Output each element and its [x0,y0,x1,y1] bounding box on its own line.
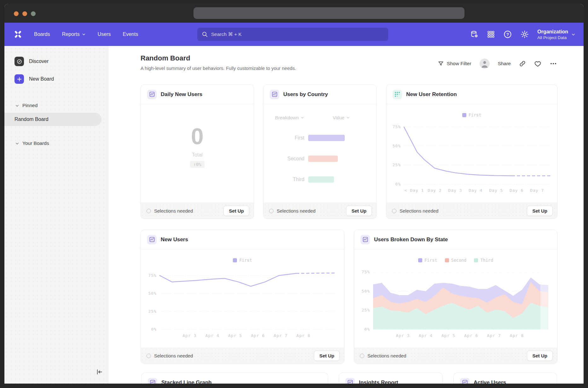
status-circle-icon [392,209,396,213]
svg-text:25%: 25% [393,163,401,167]
status-circle-icon [147,209,151,213]
sidebar-item-random-board[interactable]: Random Board [4,113,101,126]
help-icon[interactable]: ? [503,30,512,39]
new-users-line-chart: 75%50%25%0%Apr 3Apr 4Apr 5Apr 6Apr 7Apr … [145,264,340,341]
mixpanel-logo-icon[interactable] [13,30,23,39]
insights-chart-icon [147,90,157,99]
minimize-window-button[interactable] [22,11,27,16]
sidebar-item-discover[interactable]: Discover [4,54,108,69]
card-users-by-state: Users Broken Down By State First Second … [354,230,557,364]
insights-chart-icon [270,90,279,99]
card-title: Users by Country [283,91,328,98]
collapse-sidebar-button[interactable] [95,368,103,377]
svg-text:Apr 7: Apr 7 [487,333,501,338]
bar-second [308,156,338,162]
svg-text:Apr 6: Apr 6 [251,333,265,338]
legend-swatch-first [462,113,466,117]
card-new-user-retention: New User Retention First 75%50%25%0%< Da… [386,84,557,219]
set-up-button[interactable]: Set Up [527,351,553,361]
org-switcher[interactable]: Organization All Project Data [537,29,575,40]
svg-text:50%: 50% [393,144,401,148]
search-input[interactable] [197,28,388,41]
set-up-button[interactable]: Set Up [314,351,340,361]
bar-row: Second [263,156,376,162]
status-circle-icon [147,354,151,358]
svg-text:Apr 6: Apr 6 [464,333,478,338]
more-options-icon[interactable] [550,60,557,67]
svg-text:25%: 25% [148,309,157,314]
svg-text:0%: 0% [364,327,370,332]
primary-nav: Boards Reports Users Events [34,31,138,37]
card-footer: Selections needed Set Up [386,203,557,219]
zoom-window-button[interactable] [31,11,36,16]
legend-swatch-second [445,258,449,262]
address-bar-pill[interactable] [193,7,464,19]
data-management-icon[interactable] [470,30,479,39]
card-users-by-country: Users by Country Breakdown Value First [263,84,377,219]
set-up-button[interactable]: Set Up [346,206,372,216]
legend-swatch-third [474,258,478,262]
sidebar-item-label: New Board [29,76,54,82]
sidebar: Discover New Board Pinned Random Board Y… [4,46,108,384]
board-actions: Show Filter Share [438,59,557,69]
card-title: New Users [161,237,188,243]
svg-text:Apr 8: Apr 8 [510,333,524,338]
svg-text:Day 3: Day 3 [448,188,462,193]
set-up-button[interactable]: Set Up [223,206,249,216]
svg-text:Apr 7: Apr 7 [274,333,288,338]
top-navbar: Boards Reports Users Events [4,23,584,46]
insights-chart-icon [360,235,370,244]
svg-text:75%: 75% [362,270,370,274]
card-active-users: Active Users [453,373,557,384]
traffic-lights [14,11,36,16]
insights-chart-icon [345,378,355,384]
caret-down-icon [301,116,304,119]
value-dropdown[interactable]: Value [318,115,365,120]
copy-link-icon[interactable] [519,60,526,67]
card-title: Daily New Users [161,91,202,98]
show-filter-button[interactable]: Show Filter [438,60,471,67]
apps-grid-icon[interactable] [487,30,495,38]
footer-status: Selections needed [277,208,315,214]
svg-text:25%: 25% [362,308,370,312]
sidebar-item-new-board[interactable]: New Board [4,71,108,87]
svg-text:Day 6: Day 6 [510,188,523,193]
chart-legend: First [141,258,344,263]
favorite-heart-icon[interactable] [534,60,541,67]
filter-funnel-icon [438,60,444,67]
nav-boards[interactable]: Boards [34,31,50,37]
search-icon [201,31,208,38]
chart-legend: First Second Third [354,258,557,263]
breakdown-dropdown[interactable]: Breakdown [267,115,312,120]
sidebar-section-pinned[interactable]: Pinned [4,99,108,111]
card-footer: Selections needed Set Up [141,203,254,219]
nav-events[interactable]: Events [123,31,138,37]
bar-first [308,135,345,141]
avatar[interactable] [480,59,490,69]
card-footer: Selections needed Set Up [263,203,376,219]
svg-text:Apr 4: Apr 4 [205,333,219,338]
svg-text:?: ? [506,32,509,37]
status-circle-icon [360,354,364,358]
page-title: Random Board [141,54,296,62]
insights-chart-icon [460,378,470,384]
legend-swatch-first [418,258,422,262]
nav-users[interactable]: Users [98,31,111,37]
sidebar-section-your-boards[interactable]: Your Boards [4,137,108,149]
chevron-down-icon [82,32,86,36]
page-subtitle: A high-level summary of user behaviors. … [141,66,296,71]
settings-gear-icon[interactable] [520,30,529,39]
share-button[interactable]: Share [498,61,511,66]
collapse-left-icon [95,368,103,376]
set-up-button[interactable]: Set Up [527,206,553,216]
card-stacked-line-graph: Stacked Line Graph [141,373,328,384]
nav-reports[interactable]: Reports [62,31,86,37]
app-window: Boards Reports Users Events [4,4,584,384]
bar-row: First [263,135,376,141]
close-window-button[interactable] [14,11,19,16]
titlebar [4,4,584,23]
svg-text:< Day 1: < Day 1 [405,188,424,193]
retention-line-chart: 75%50%25%0%< Day 1Day 2Day 3Day 4Day 5Da… [389,119,555,196]
svg-text:0%: 0% [395,182,401,186]
svg-text:Day 2: Day 2 [428,188,441,193]
